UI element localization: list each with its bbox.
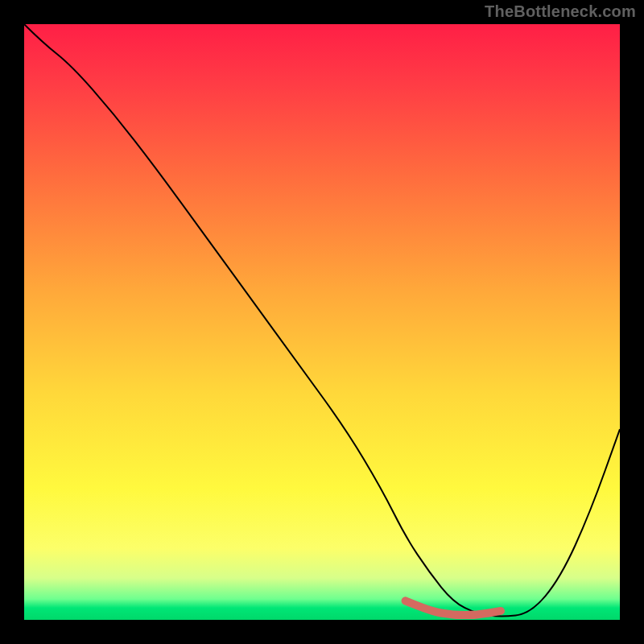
- chart-area: [24, 24, 620, 620]
- bottleneck-curve: [24, 24, 620, 616]
- chart-svg: [24, 24, 620, 620]
- optimal-range-highlight: [406, 601, 501, 615]
- watermark-text: TheBottleneck.com: [485, 2, 636, 21]
